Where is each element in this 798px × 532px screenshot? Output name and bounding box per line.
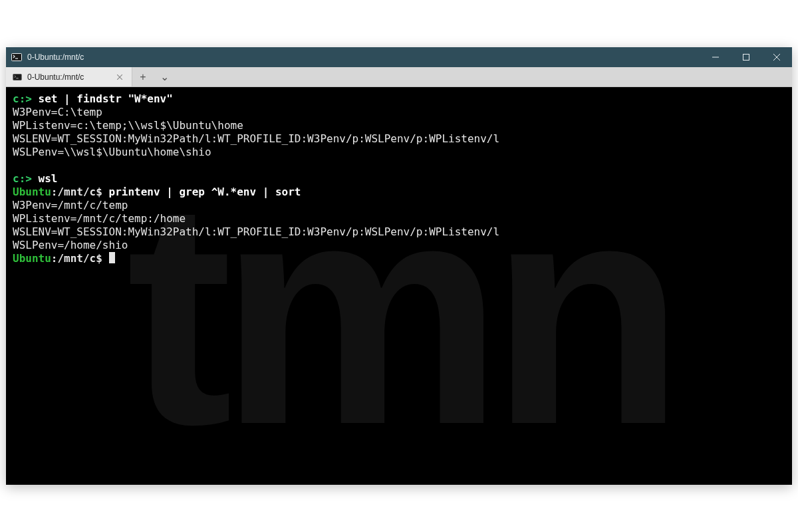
svg-rect-0 xyxy=(12,54,22,61)
chevron-down-icon: ⌄ xyxy=(160,70,169,83)
tab-bar: 0-Ubuntu:/mnt/c + ⌄ xyxy=(6,67,792,87)
tab-title: 0-Ubuntu:/mnt/c xyxy=(27,72,109,82)
tab-active[interactable]: 0-Ubuntu:/mnt/c xyxy=(6,67,132,86)
svg-rect-3 xyxy=(743,55,749,61)
tab-close-button[interactable] xyxy=(114,72,125,82)
terminal-output: c:> set | findstr "W*env" W3Penv=C:\temp… xyxy=(6,87,792,271)
svg-rect-6 xyxy=(13,74,22,80)
maximize-button[interactable] xyxy=(731,47,761,67)
close-button[interactable] xyxy=(761,47,792,67)
terminal-tab-icon xyxy=(13,74,22,80)
cursor xyxy=(109,252,115,263)
window-titlebar[interactable]: 0-Ubuntu:/mnt/c xyxy=(6,47,792,67)
minimize-button[interactable] xyxy=(700,47,731,67)
terminal-viewport[interactable]: tmn c:> set | findstr "W*env" W3Penv=C:\… xyxy=(6,87,792,485)
new-tab-button[interactable]: + xyxy=(132,67,154,86)
tab-dropdown-button[interactable]: ⌄ xyxy=(154,67,175,86)
window-title: 0-Ubuntu:/mnt/c xyxy=(27,53,84,62)
window-controls xyxy=(700,47,792,67)
terminal-app-icon xyxy=(11,53,22,61)
terminal-window: 0-Ubuntu:/mnt/c xyxy=(6,47,792,485)
plus-icon: + xyxy=(140,71,146,83)
